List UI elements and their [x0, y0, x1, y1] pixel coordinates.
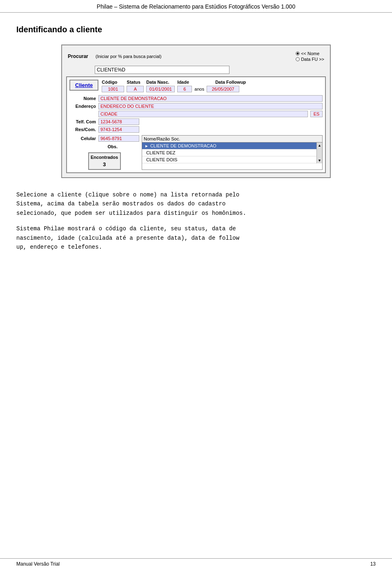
cidade-row: CIDADE ES	[69, 111, 323, 117]
list-header-label: Nome/Razão Soc.	[144, 136, 180, 141]
page-footer: Manual Versão Trial 13	[0, 558, 392, 567]
scrollbar-up[interactable]: ▲	[318, 143, 321, 147]
res-com-value: 9743-1254	[98, 126, 139, 133]
col-headers: Código Status Data Nasc. Idade Data Foll…	[102, 80, 323, 85]
endereco-row: Endereço ENDERECO DO CLIENTE	[69, 103, 323, 109]
res-com-row: Res/Com. 9743-1254	[69, 126, 323, 133]
encontrados-area: Celular 9645-8791 Obs. Encontrados 3	[69, 135, 139, 170]
page-header: Philae – Sistema de Relacionamento para …	[0, 0, 392, 13]
radio-nome[interactable]: << Nome	[296, 51, 324, 56]
list-rows: ► CLIENTE DE DEMONSTRACAO CLIENTE DEZ	[142, 143, 316, 163]
screenshot-box: Procurar (Iniciar por % para busca parci…	[61, 45, 331, 178]
search-input-wrapper	[66, 66, 326, 74]
paragraph-2: Sistema Philae mostrará o código da clie…	[16, 224, 376, 252]
anos-label: anos	[194, 87, 204, 91]
search-hint: (Iniciar por % para busca parcial)	[96, 54, 292, 59]
estado-value: ES	[310, 111, 323, 117]
value-status: A	[127, 86, 144, 92]
radio-data-label: Data FU >>	[301, 57, 324, 62]
cidade-value: CIDADE	[98, 111, 308, 117]
telf-com-label: Telf. Com	[69, 119, 96, 124]
client-tab[interactable]: Cliente	[69, 80, 98, 91]
endereco-label: Endereço	[69, 104, 96, 109]
list-cell-0: CLIENTE DE DEMONSTRACAO	[150, 143, 280, 148]
list-item[interactable]: CLIENTE DOIS	[142, 156, 316, 163]
radio-data[interactable]: Data FU >>	[296, 57, 324, 62]
search-row: Procurar (Iniciar por % para busca parci…	[66, 49, 326, 63]
list-arrow: ►	[145, 144, 149, 148]
list-header: Nome/Razão Soc.	[142, 136, 322, 143]
telf-com-value: 1234-5678	[98, 118, 139, 125]
list-cell-2: CLIENTE DOIS	[146, 157, 280, 162]
nome-row: Nome CLIENTE DE DEMONSTRACAO	[69, 95, 323, 102]
header-title: Philae – Sistema de Relacionamento para …	[97, 3, 295, 10]
list-scrollbar[interactable]: ▲ ▼	[316, 143, 322, 163]
col-data-nasc: Data Nasc.	[146, 80, 175, 85]
celular-label: Celular	[69, 136, 96, 141]
radio-nome-dot	[296, 51, 300, 56]
radio-group: << Nome Data FU >>	[296, 51, 324, 62]
encontrados-label: Encontrados	[91, 155, 118, 160]
footer-right: 13	[370, 561, 376, 567]
col-idade: Idade	[177, 80, 192, 85]
search-input[interactable]	[95, 66, 229, 74]
nome-value: CLIENTE DE DEMONSTRACAO	[98, 95, 323, 102]
res-com-label: Res/Com.	[69, 127, 96, 132]
celular-row: Celular 9645-8791	[69, 135, 139, 142]
list-item[interactable]: ► CLIENTE DE DEMONSTRACAO	[142, 143, 316, 149]
radio-nome-label: << Nome	[301, 51, 319, 56]
form-top: Cliente Código Status Data Nasc. Idade D…	[69, 80, 323, 94]
value-codigo: 1001	[102, 86, 124, 92]
scrollbar-down[interactable]: ▼	[318, 158, 321, 163]
value-idade: 6	[177, 86, 192, 92]
encontrados-box: Encontrados 3	[88, 152, 121, 170]
list-area: Nome/Razão Soc. ► CLIENTE DE DEMONSTRACA…	[142, 135, 323, 170]
col-data-followup: Data Followup	[213, 80, 246, 85]
col-status: Status	[127, 80, 144, 85]
obs-label: Obs.	[91, 144, 118, 149]
list-content-area: ► CLIENTE DE DEMONSTRACAO CLIENTE DEZ	[142, 143, 322, 163]
col-codigo: Código	[102, 80, 124, 85]
value-data-followup: 26/05/2007	[207, 86, 239, 92]
list-item[interactable]: CLIENTE DEZ	[142, 149, 316, 156]
footer-left: Manual Versão Trial	[16, 561, 60, 567]
list-section: Celular 9645-8791 Obs. Encontrados 3	[69, 135, 323, 170]
search-label: Procurar	[68, 53, 92, 59]
telf-com-row: Telf. Com 1234-5678	[69, 118, 323, 125]
celular-value: 9645-8791	[98, 135, 139, 142]
values-row: 1001 A 01/01/2001 6 anos 26/05/2007	[102, 86, 323, 92]
endereco-value: ENDERECO DO CLIENTE	[98, 103, 323, 109]
fields-area: Código Status Data Nasc. Idade Data Foll…	[102, 80, 323, 94]
obs-row: Obs.	[91, 144, 118, 149]
page-content: Identificando a cliente Procurar (Inicia…	[0, 13, 392, 274]
encontrados-value: 3	[91, 161, 118, 167]
list-cell-1: CLIENTE DEZ	[146, 150, 280, 155]
nome-label: Nome	[69, 96, 96, 101]
paragraph-1: Selecione a cliente (clique sobre o nome…	[16, 190, 376, 218]
value-data-nasc: 01/01/2001	[146, 86, 175, 92]
radio-data-dot	[296, 57, 300, 61]
main-form-box: Cliente Código Status Data Nasc. Idade D…	[66, 76, 326, 173]
section-heading: Identificando a cliente	[16, 25, 376, 34]
